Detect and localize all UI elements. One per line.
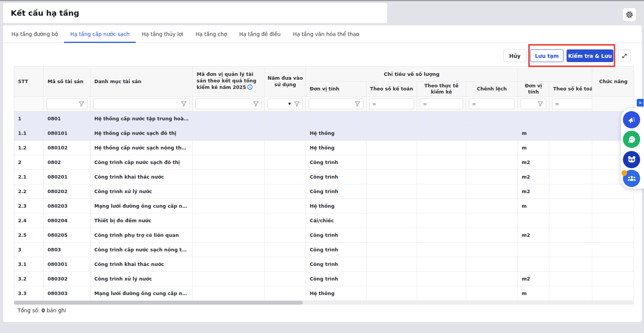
- cell-stt: 3: [14, 243, 44, 257]
- page-title: Kết cấu hạ tầng: [11, 8, 79, 18]
- col-header-by-actual[interactable]: Theo thực tế kiểm kê: [417, 82, 466, 97]
- announcement-widget-button[interactable]: [623, 111, 640, 128]
- tab-4[interactable]: Hạ tầng đê điều: [233, 25, 287, 43]
- tab-3[interactable]: Hạ tầng chợ: [189, 25, 233, 43]
- cell-unit2: m: [518, 286, 549, 301]
- filter-org-code[interactable]: [193, 97, 265, 112]
- cell-empty: [417, 170, 466, 184]
- col-header-unit2[interactable]: Đơn vị tính: [518, 82, 549, 97]
- col-header-by-book[interactable]: Theo số kế toán: [366, 82, 417, 97]
- col-header-stt[interactable]: STT: [14, 67, 44, 97]
- filter-by-book[interactable]: =: [366, 97, 417, 112]
- fullscreen-button[interactable]: [618, 49, 631, 62]
- info-icon[interactable]: [247, 84, 253, 92]
- filter-asset-code[interactable]: [44, 97, 90, 112]
- cell-unit: Hệ thống: [306, 286, 366, 301]
- check-and-save-button[interactable]: Kiểm tra & Lưu: [567, 49, 613, 62]
- tab-0[interactable]: Hạ tầng đường bộ: [5, 25, 64, 43]
- cell-code: 080202: [44, 184, 90, 199]
- cell-unit2: m: [518, 126, 549, 141]
- cell-empty: [366, 213, 417, 228]
- tab-1[interactable]: Hạ tầng cấp nước sạch: [64, 25, 136, 43]
- col-header-asset-category[interactable]: Danh mục tài sản: [90, 67, 193, 97]
- panda-bot-icon: [626, 154, 637, 165]
- cell-stt: 1.2: [14, 141, 44, 155]
- table-row[interactable]: 20802Công trình cấp nước sạch đô thịCông…: [14, 155, 634, 170]
- chat-widget-button[interactable]: [623, 131, 640, 148]
- cell-empty: [466, 184, 518, 199]
- table-row[interactable]: 3.3080303Mạng lưới đường ống cung cấp nư…: [14, 286, 634, 301]
- cell-code: 080201: [44, 170, 90, 184]
- col-header-org-code[interactable]: Mã đơn vị quản lý tài sản theo kết quả t…: [193, 67, 265, 97]
- cell-empty: [265, 126, 306, 141]
- dropdown-caret-icon[interactable]: ▼: [288, 102, 291, 106]
- cell-empty: [193, 243, 265, 257]
- filter-icon[interactable]: [294, 101, 300, 107]
- save-temp-button[interactable]: Lưu tạm: [530, 49, 564, 62]
- cell-stt: 2.1: [14, 170, 44, 184]
- table-row[interactable]: 3.2080302Công trình xử lý nướcCông trình…: [14, 272, 634, 286]
- tab-2[interactable]: Hạ tầng thủy lợi: [136, 25, 189, 43]
- table-row[interactable]: 10801Hệ thống cấp nước tập trung hoàn ch…: [14, 112, 634, 126]
- col-header-unit[interactable]: Đơn vị tính: [306, 82, 366, 97]
- cancel-button[interactable]: Hủy: [503, 49, 526, 62]
- filter-icon[interactable]: [181, 101, 187, 107]
- filter-icon[interactable]: [537, 101, 543, 107]
- table-row[interactable]: 30803Công trình cấp nước sạch nông thôn …: [14, 243, 634, 257]
- support-widget-panel: [621, 108, 644, 189]
- grid-header: STT Mã số tài sản Danh mục tài sản Mã đơ…: [14, 67, 634, 97]
- cell-empty: [466, 272, 518, 286]
- col-header-asset-code[interactable]: Mã số tài sản: [44, 67, 90, 97]
- cell-empty: [466, 126, 518, 141]
- col-header-actions[interactable]: Chức năng: [592, 67, 634, 97]
- col-header-difference[interactable]: Chênh lệch: [466, 82, 518, 97]
- cell-code: 080301: [44, 257, 90, 272]
- data-grid: STT Mã số tài sản Danh mục tài sản Mã đơ…: [14, 66, 634, 301]
- cell-actions: [592, 199, 634, 213]
- table-row[interactable]: 2.5080205Công trình phụ trợ có liên quan…: [14, 228, 634, 243]
- filter-by-actual[interactable]: =: [417, 97, 466, 112]
- table-row[interactable]: 1.2080102Hệ thống cấp nước sạch nông thô…: [14, 141, 634, 155]
- cell-stt: 1: [14, 112, 44, 126]
- table-row[interactable]: 2.2080202Công trình xử lý nướcCông trình…: [14, 184, 634, 199]
- filter-unit[interactable]: [306, 97, 366, 112]
- col-group-quantity-label[interactable]: Chỉ tiêu về số lượng: [306, 67, 518, 82]
- settings-button[interactable]: [623, 8, 636, 21]
- cell-empty: [466, 112, 518, 126]
- cell-stt: 1.1: [14, 126, 44, 141]
- table-row[interactable]: 1.1080101Hệ thống cấp nước sạch đô thịHệ…: [14, 126, 634, 141]
- cell-actions: [592, 272, 634, 286]
- cell-code: 0803: [44, 243, 90, 257]
- cell-empty: [265, 257, 306, 272]
- filter-row: ▼ = = = =: [14, 97, 634, 112]
- table-row[interactable]: 2.3080203Mạng lưới đường ống cung cấp nư…: [14, 199, 634, 213]
- table-row[interactable]: 3.1080301Công trình khai thác nướcCông t…: [14, 257, 634, 272]
- gear-icon: [625, 10, 634, 19]
- cell-empty: [193, 170, 265, 184]
- cell-name: Công trình cấp nước sạch đô thị: [90, 155, 193, 170]
- collapse-panel-chevron[interactable]: >: [637, 99, 644, 107]
- cell-name: Công trình phụ trợ có liên quan: [90, 228, 193, 243]
- filter-year-used[interactable]: ▼: [265, 97, 306, 112]
- tab-5[interactable]: Hạ tầng văn hóa thể thao: [287, 25, 365, 43]
- col-header-year-used[interactable]: Năm đưa vào sử dụng: [265, 67, 306, 97]
- scrollbar-thumb[interactable]: [14, 301, 303, 305]
- filter-unit2[interactable]: [518, 97, 549, 112]
- cell-empty: [193, 199, 265, 213]
- cell-empty: [265, 199, 306, 213]
- cell-empty: [265, 272, 306, 286]
- cell-unit: Công trình: [306, 228, 366, 243]
- filter-asset-category[interactable]: [90, 97, 193, 112]
- cell-empty: [366, 286, 417, 301]
- filter-difference[interactable]: =: [466, 97, 518, 112]
- table-row[interactable]: 2.4080204Thiết bị đo đếm nướcCái/chiếc: [14, 213, 634, 228]
- filter-icon[interactable]: [355, 101, 360, 107]
- horizontal-scrollbar[interactable]: [14, 301, 634, 305]
- filter-icon[interactable]: [79, 101, 84, 107]
- cell-empty: [466, 243, 518, 257]
- table-row[interactable]: 2.1080201Công trình khai thác nướcCông t…: [14, 170, 634, 184]
- filter-icon[interactable]: [253, 101, 259, 107]
- assistant-bot-widget-button[interactable]: [623, 151, 640, 168]
- cell-empty: [193, 141, 265, 155]
- cell-empty: [366, 155, 417, 170]
